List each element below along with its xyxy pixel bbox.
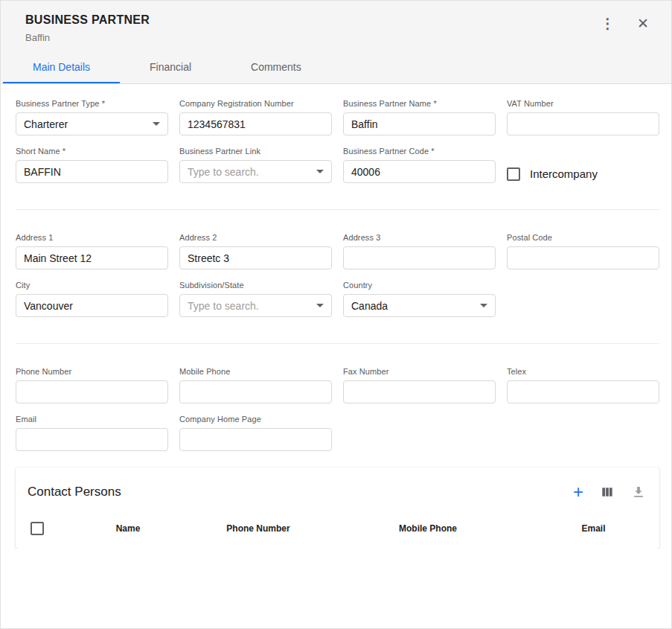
address-3-label: Address 3	[343, 233, 496, 242]
field-business-partner-type: Business Partner Type * Charterer	[16, 99, 168, 135]
field-city: City	[16, 281, 168, 317]
field-address-3: Address 3	[343, 233, 496, 269]
main-details-panel: Business Partner Type * Charterer Compan…	[1, 84, 671, 629]
chevron-down-icon	[480, 304, 487, 307]
short-name-label: Short Name *	[16, 147, 168, 156]
country-label: Country	[343, 281, 496, 290]
address-section: Address 1 Address 2 Address 3 Postal Cod…	[16, 233, 659, 317]
column-header-email: Email	[540, 523, 647, 534]
close-button[interactable]: ✕	[636, 15, 650, 32]
column-settings-button[interactable]	[600, 485, 615, 499]
tab-comments[interactable]: Comments	[221, 51, 331, 83]
company-registration-number-label: Company Registration Number	[179, 99, 332, 108]
field-business-partner-name: Business Partner Name *	[343, 99, 496, 135]
select-all-checkbox[interactable]	[31, 522, 44, 535]
empty-cell	[507, 281, 659, 317]
header-actions: ⋮ ✕	[599, 13, 650, 32]
business-partner-dialog: BUSINESS PARTNER Baffin ⋮ ✕ Main Details…	[0, 0, 672, 629]
field-company-home-page: Company Home Page	[179, 415, 332, 451]
field-address-2: Address 2	[179, 233, 332, 269]
contact-info-section: Phone Number Mobile Phone Fax Number Tel…	[16, 367, 659, 451]
subdivision-state-placeholder: Type to search.	[188, 300, 259, 312]
intercompany-checkbox[interactable]	[507, 167, 520, 181]
company-home-page-label: Company Home Page	[179, 415, 332, 424]
export-button[interactable]	[631, 485, 646, 499]
contact-persons-table-header: Name Phone Number Mobile Phone Email	[16, 513, 659, 549]
page-title: BUSINESS PARTNER	[25, 13, 150, 27]
field-fax-number: Fax Number	[343, 367, 496, 403]
columns-icon	[600, 491, 615, 502]
field-address-1: Address 1	[16, 233, 168, 269]
subdivision-state-select[interactable]: Type to search.	[179, 294, 332, 317]
close-icon: ✕	[637, 16, 649, 31]
business-partner-type-value: Charterer	[24, 118, 68, 130]
add-contact-person-button[interactable]: +	[573, 483, 583, 501]
chevron-down-icon	[316, 170, 324, 173]
section-divider	[16, 209, 659, 210]
business-partner-name-label: Business Partner Name *	[343, 99, 496, 108]
company-registration-number-input[interactable]	[179, 112, 332, 135]
field-country: Country Canada	[343, 281, 496, 317]
tab-main-details[interactable]: Main Details	[3, 51, 120, 83]
phone-number-label: Phone Number	[16, 367, 168, 376]
plus-icon: +	[573, 482, 583, 502]
contact-persons-header: Contact Persons +	[16, 467, 659, 513]
contact-persons-title: Contact Persons	[28, 485, 121, 499]
header-text: BUSINESS PARTNER Baffin	[25, 13, 150, 43]
contact-persons-actions: +	[573, 483, 646, 501]
field-phone-number: Phone Number	[16, 367, 168, 403]
short-name-input[interactable]	[16, 160, 168, 183]
field-postal-code: Postal Code	[507, 233, 659, 269]
address-3-input[interactable]	[343, 246, 496, 269]
postal-code-input[interactable]	[507, 246, 659, 269]
mobile-phone-input[interactable]	[179, 380, 332, 403]
field-short-name: Short Name *	[16, 147, 168, 183]
column-header-phone-number: Phone Number	[200, 523, 316, 534]
company-home-page-input[interactable]	[179, 428, 332, 451]
column-header-name: Name	[56, 523, 200, 534]
page-subtitle: Baffin	[25, 32, 150, 43]
chevron-down-icon	[153, 122, 160, 126]
intercompany-label: Intercompany	[530, 167, 598, 180]
business-partner-type-label: Business Partner Type *	[16, 99, 168, 108]
city-input[interactable]	[16, 294, 168, 317]
vat-number-label: VAT Number	[507, 99, 659, 108]
telex-input[interactable]	[507, 380, 659, 403]
email-input[interactable]	[16, 428, 168, 451]
download-icon	[631, 491, 646, 502]
more-options-button[interactable]: ⋮	[599, 15, 616, 32]
field-telex: Telex	[507, 367, 659, 403]
dialog-header: BUSINESS PARTNER Baffin ⋮ ✕	[1, 1, 671, 51]
business-partner-link-select[interactable]: Type to search.	[179, 160, 332, 183]
identity-section: Business Partner Type * Charterer Compan…	[16, 99, 659, 183]
business-partner-code-input[interactable]	[343, 160, 496, 183]
business-partner-link-label: Business Partner Link	[179, 147, 332, 156]
business-partner-name-input[interactable]	[343, 112, 496, 135]
subdivision-state-label: Subdivision/State	[179, 281, 332, 290]
fax-number-input[interactable]	[343, 380, 496, 403]
address-2-input[interactable]	[179, 246, 332, 269]
telex-label: Telex	[507, 367, 659, 376]
vat-number-input[interactable]	[507, 112, 659, 135]
mobile-phone-label: Mobile Phone	[179, 367, 332, 376]
business-partner-type-select[interactable]: Charterer	[16, 112, 168, 135]
field-mobile-phone: Mobile Phone	[179, 367, 332, 403]
empty-cell	[343, 415, 496, 451]
bottom-spacer	[16, 549, 659, 629]
tab-financial[interactable]: Financial	[120, 51, 221, 83]
field-company-registration-number: Company Registration Number	[179, 99, 332, 135]
column-header-mobile-phone: Mobile Phone	[316, 523, 540, 534]
field-business-partner-link: Business Partner Link Type to search.	[179, 147, 332, 183]
chevron-down-icon	[316, 304, 324, 307]
postal-code-label: Postal Code	[507, 233, 659, 242]
field-business-partner-code: Business Partner Code *	[343, 147, 496, 183]
phone-number-input[interactable]	[16, 380, 168, 403]
empty-cell	[507, 415, 659, 451]
email-label: Email	[16, 415, 168, 424]
section-divider	[16, 343, 659, 344]
country-select[interactable]: Canada	[343, 294, 496, 317]
field-subdivision-state: Subdivision/State Type to search.	[179, 281, 332, 317]
address-1-input[interactable]	[16, 246, 168, 269]
field-intercompany: Intercompany	[507, 147, 659, 183]
address-1-label: Address 1	[16, 233, 168, 242]
